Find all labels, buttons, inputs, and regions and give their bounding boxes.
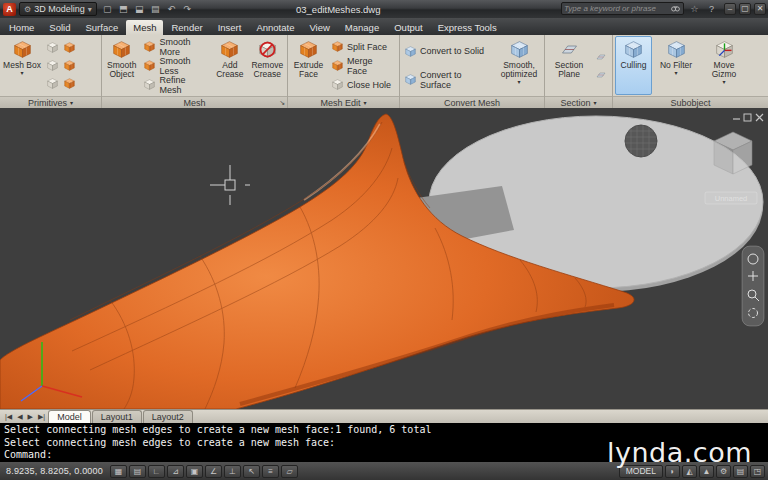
clean-screen-button[interactable]: ◳ <box>750 465 765 478</box>
move-gizmo-icon <box>714 39 735 60</box>
tab-nav-next[interactable]: ▶ <box>26 413 35 421</box>
ducs-toggle[interactable]: ⊥ <box>224 465 241 478</box>
chevron-down-icon: ▾ <box>88 5 92 14</box>
live-section-button[interactable] <box>593 49 609 65</box>
mesh-box-button[interactable]: Mesh Box ▾ <box>2 36 42 95</box>
tab-solid[interactable]: Solid <box>42 20 77 35</box>
panel-label-mesh-edit[interactable]: Mesh Edit ▾ <box>288 96 399 108</box>
minimize-button[interactable]: – <box>724 3 736 15</box>
split-face-button[interactable]: Split Face <box>329 38 395 55</box>
smooth-less-button[interactable]: Smooth Less <box>141 57 210 74</box>
plot-button[interactable]: ▤ <box>148 2 163 16</box>
tab-view[interactable]: View <box>302 20 336 35</box>
coordinate-readout[interactable]: 8.9235, 8.8205, 0.0000 <box>3 466 108 476</box>
otrack-toggle[interactable]: ∠ <box>205 465 222 478</box>
navigation-bar[interactable] <box>742 246 764 326</box>
merge-face-icon <box>331 59 344 72</box>
smooth-more-button[interactable]: Smooth More <box>141 38 210 55</box>
convert-to-surface-icon <box>404 73 417 86</box>
save-button[interactable]: ⬓ <box>132 2 147 16</box>
infocenter-search <box>561 2 684 15</box>
tab-surface[interactable]: Surface <box>78 20 125 35</box>
panel-label-primitives[interactable]: Primitives ▾ <box>0 96 101 108</box>
command-history-line: Select connecting mesh edges to create a… <box>4 424 764 437</box>
new-button[interactable]: ▢ <box>100 2 115 16</box>
no-filter-button[interactable]: No Filter ▾ <box>654 36 698 95</box>
mesh-box-icon <box>12 39 33 60</box>
tab-render[interactable]: Render <box>164 20 209 35</box>
qp-toggle[interactable]: ▱ <box>281 465 298 478</box>
redo-button[interactable]: ↷ <box>180 2 195 16</box>
section-plane-button[interactable]: Section Plane <box>547 36 591 95</box>
lwt-toggle[interactable]: ≡ <box>262 465 279 478</box>
tab-layout1[interactable]: Layout1 <box>92 410 142 423</box>
convert-to-solid-button[interactable]: Convert to Solid <box>402 43 494 60</box>
tab-nav-last[interactable]: ▶| <box>36 413 47 421</box>
panel-label-mesh[interactable]: Mesh ↘ <box>102 96 287 108</box>
smooth-optimized-icon <box>509 39 530 60</box>
chevron-down-icon: ▾ <box>517 79 520 85</box>
panel-label-subobject[interactable]: Subobject <box>613 96 768 108</box>
favorites-star-icon[interactable]: ☆ <box>688 4 701 14</box>
restore-button[interactable]: ▢ <box>739 3 751 15</box>
panel-mesh-edit: Extrude Face Split Face Merge Face Close… <box>288 35 400 108</box>
mesh-sphere-button[interactable] <box>61 57 77 74</box>
tab-manage[interactable]: Manage <box>338 20 386 35</box>
panel-label-section[interactable]: Section ▾ <box>545 96 612 108</box>
open-button[interactable]: ⬒ <box>116 2 131 16</box>
mesh-edit-stack: Split Face Merge Face Close Hole <box>329 36 395 95</box>
tab-insert[interactable]: Insert <box>211 20 249 35</box>
mesh-pyramid-button[interactable] <box>44 57 60 74</box>
mesh-cone-button[interactable] <box>44 39 60 56</box>
grid-toggle[interactable]: ▤ <box>129 465 146 478</box>
convert-to-surface-button[interactable]: Convert to Surface <box>402 71 494 88</box>
smooth-object-button[interactable]: Smooth Object <box>104 36 139 95</box>
undo-button[interactable]: ↶ <box>164 2 179 16</box>
tab-nav-prev[interactable]: ◀ <box>15 413 24 421</box>
generate-section-button[interactable] <box>593 67 609 83</box>
workspace-switcher[interactable]: ⚙ 3D Modeling ▾ <box>19 2 97 16</box>
tab-home[interactable]: Home <box>2 20 41 35</box>
mesh-torus-button[interactable] <box>61 75 77 92</box>
remove-crease-button[interactable]: Remove Crease <box>250 36 285 95</box>
osnap-toggle[interactable]: ▣ <box>186 465 203 478</box>
refine-mesh-button[interactable]: Refine Mesh <box>141 76 210 93</box>
ribbon: Mesh Box ▾ Primitives ▾ <box>0 35 768 108</box>
window-controls: – ▢ ✕ <box>724 3 766 15</box>
tab-layout2[interactable]: Layout2 <box>143 410 193 423</box>
chevron-down-icon: ▾ <box>70 99 73 106</box>
close-button[interactable]: ✕ <box>754 3 766 15</box>
autocad-logo-icon[interactable]: A <box>3 3 16 16</box>
viewport-canvas[interactable]: Unnamed <box>0 108 768 409</box>
smooth-optimized-button[interactable]: Smooth, optimized ▾ <box>496 36 542 95</box>
convert-stack: Convert to Solid Convert to Surface <box>402 36 494 95</box>
extrude-face-button[interactable]: Extrude Face <box>290 36 327 95</box>
panel-label-convert-mesh[interactable]: Convert Mesh <box>400 96 544 108</box>
dyn-toggle[interactable]: ↖ <box>243 465 260 478</box>
move-gizmo-button[interactable]: Move Gizmo ▾ <box>700 36 748 95</box>
tab-model[interactable]: Model <box>48 410 91 423</box>
chevron-down-icon: ▾ <box>594 99 597 106</box>
close-hole-button[interactable]: Close Hole <box>329 76 395 93</box>
search-binoculars-icon[interactable] <box>670 3 681 14</box>
tab-annotate[interactable]: Annotate <box>249 20 301 35</box>
tab-mesh[interactable]: Mesh <box>126 20 163 35</box>
mesh-cylinder-button[interactable] <box>61 39 77 56</box>
snap-toggle[interactable]: ▦ <box>110 465 127 478</box>
panel-section: Section Plane Section ▾ <box>545 35 613 108</box>
culling-button[interactable]: Culling <box>615 36 652 95</box>
search-input[interactable] <box>564 4 668 13</box>
ortho-toggle[interactable]: ∟ <box>148 465 165 478</box>
remove-crease-icon <box>257 39 278 60</box>
panel-subobject: Culling No Filter ▾ Move Gizmo ▾ Subobje… <box>613 35 768 108</box>
tab-nav-first[interactable]: |◀ <box>3 413 14 421</box>
polar-toggle[interactable]: ⊿ <box>167 465 184 478</box>
no-filter-icon <box>666 39 687 60</box>
help-icon[interactable]: ? <box>705 4 718 14</box>
tab-express-tools[interactable]: Express Tools <box>431 20 504 35</box>
add-crease-button[interactable]: Add Crease <box>212 36 247 95</box>
mesh-wedge-button[interactable] <box>44 75 60 92</box>
tab-output[interactable]: Output <box>387 20 430 35</box>
merge-face-button[interactable]: Merge Face <box>329 57 395 74</box>
dialog-launcher-icon[interactable]: ↘ <box>279 99 285 107</box>
